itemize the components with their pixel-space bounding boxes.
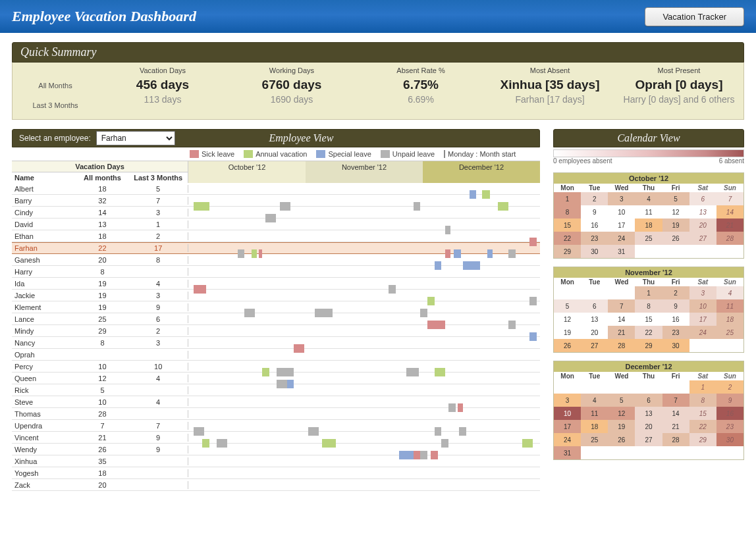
cal-day[interactable]: 14 — [608, 313, 635, 326]
cal-day[interactable]: 31 — [554, 446, 581, 459]
table-row[interactable]: Harry 8 — [12, 266, 540, 278]
cal-day[interactable]: 24 — [689, 326, 716, 339]
cal-day[interactable]: 21 — [608, 326, 635, 339]
cal-day[interactable]: 7 — [662, 394, 689, 407]
cal-day[interactable]: 23 — [662, 326, 689, 339]
cal-day[interactable]: 5 — [662, 192, 689, 205]
cal-day[interactable]: 17 — [689, 313, 716, 326]
table-row[interactable]: Cindy 14 3 — [12, 207, 540, 219]
cal-day[interactable]: 17 — [554, 420, 581, 433]
cal-day[interactable]: 18 — [581, 420, 608, 433]
cal-day[interactable]: 31 — [608, 245, 635, 258]
cal-day[interactable]: 29 — [554, 245, 581, 258]
cal-day[interactable]: 19 — [608, 420, 635, 433]
cal-day[interactable]: 25 — [581, 433, 608, 446]
cal-day[interactable]: 15 — [554, 219, 581, 232]
table-row[interactable]: Steve 10 4 — [12, 396, 540, 408]
cal-day[interactable]: 26 — [608, 433, 635, 446]
cal-day[interactable]: 4 — [716, 286, 743, 299]
cal-day[interactable]: 6 — [581, 299, 608, 313]
table-row[interactable]: Xinhua 35 — [12, 455, 540, 467]
table-row[interactable]: Klement 19 9 — [12, 301, 540, 313]
cal-day[interactable]: 13 — [581, 313, 608, 326]
table-row[interactable]: Upendra 7 7 — [12, 420, 540, 432]
cal-day[interactable]: 30 — [716, 433, 743, 446]
table-row[interactable]: Percy 10 10 — [12, 361, 540, 373]
cal-day[interactable]: 8 — [689, 394, 716, 407]
cal-day[interactable]: 13 — [635, 407, 662, 420]
cal-day[interactable]: 7 — [608, 299, 635, 313]
cal-day[interactable]: 25 — [635, 232, 662, 245]
cal-day[interactable]: 11 — [581, 407, 608, 420]
cal-day[interactable]: 15 — [689, 407, 716, 420]
cal-day[interactable]: 12 — [608, 407, 635, 420]
cal-day[interactable]: 20 — [689, 219, 716, 232]
cal-day[interactable]: 26 — [662, 232, 689, 245]
vacation-tracker-button[interactable]: Vacation Tracker — [645, 7, 744, 26]
cal-day[interactable]: 12 — [662, 205, 689, 219]
cal-day[interactable]: 10 — [554, 407, 581, 420]
cal-day[interactable]: 16 — [716, 407, 743, 420]
cal-day[interactable]: 12 — [554, 313, 581, 326]
cal-day[interactable]: 3 — [689, 286, 716, 299]
cal-day[interactable]: 5 — [608, 394, 635, 407]
cal-day[interactable]: 28 — [716, 232, 743, 245]
cal-day[interactable]: 14 — [662, 407, 689, 420]
cal-day[interactable]: 26 — [554, 339, 581, 352]
cal-day[interactable]: 27 — [581, 339, 608, 352]
cal-day[interactable]: 4 — [581, 394, 608, 407]
cal-day[interactable]: 13 — [689, 205, 716, 219]
table-row[interactable]: Farhan 22 17 — [12, 242, 540, 254]
cal-day[interactable]: 1 — [554, 192, 581, 205]
cal-day[interactable]: 9 — [662, 299, 689, 313]
cal-day[interactable]: 9 — [581, 205, 608, 219]
cal-day[interactable]: 22 — [554, 232, 581, 245]
cal-day[interactable]: 15 — [635, 313, 662, 326]
cal-day[interactable]: 7 — [716, 192, 743, 205]
cal-day[interactable]: 19 — [554, 326, 581, 339]
cal-day[interactable]: 10 — [608, 205, 635, 219]
cal-day[interactable]: 6 — [635, 394, 662, 407]
cal-day[interactable]: 2 — [581, 192, 608, 205]
cal-day[interactable]: 17 — [608, 219, 635, 232]
table-row[interactable]: Yogesh 18 — [12, 467, 540, 479]
cal-day[interactable]: 30 — [581, 245, 608, 258]
cal-day[interactable]: 21 — [662, 420, 689, 433]
cal-day[interactable]: 8 — [554, 205, 581, 219]
cal-day[interactable]: 2 — [716, 380, 743, 394]
table-row[interactable]: Zack 20 — [12, 479, 540, 491]
table-row[interactable]: Lance 25 6 — [12, 313, 540, 325]
cal-day[interactable]: 1 — [689, 380, 716, 394]
cal-day[interactable]: 8 — [635, 299, 662, 313]
cal-day[interactable]: 20 — [635, 420, 662, 433]
employee-select[interactable]: Farhan — [96, 131, 175, 145]
cal-day[interactable]: 28 — [608, 339, 635, 352]
table-row[interactable]: Albert 18 5 — [12, 183, 540, 195]
cal-day[interactable]: 25 — [716, 326, 743, 339]
cal-day[interactable]: 11 — [635, 205, 662, 219]
cal-day[interactable]: 23 — [716, 420, 743, 433]
table-row[interactable]: Nancy 8 3 — [12, 337, 540, 349]
table-row[interactable]: Oprah — [12, 349, 540, 361]
cal-day[interactable]: 29 — [635, 339, 662, 352]
cal-day[interactable]: 5 — [554, 299, 581, 313]
cal-day[interactable]: 22 — [689, 420, 716, 433]
cal-day[interactable]: 30 — [662, 339, 689, 352]
cal-day[interactable]: 16 — [662, 313, 689, 326]
cal-day[interactable]: 4 — [635, 192, 662, 205]
cal-day[interactable]: 20 — [581, 326, 608, 339]
cal-day[interactable]: 6 — [689, 192, 716, 205]
cal-day[interactable]: 24 — [554, 433, 581, 446]
cal-day[interactable]: 11 — [716, 299, 743, 313]
cal-day[interactable]: 23 — [581, 232, 608, 245]
cal-day[interactable]: 18 — [635, 219, 662, 232]
table-row[interactable]: Jackie 19 3 — [12, 290, 540, 301]
cal-day[interactable]: 22 — [635, 326, 662, 339]
cal-day[interactable]: 27 — [689, 232, 716, 245]
cal-day[interactable]: 14 — [716, 205, 743, 219]
table-row[interactable]: Ethan 18 2 — [12, 230, 540, 242]
table-row[interactable]: Mindy 29 2 — [12, 325, 540, 337]
cal-day[interactable]: 27 — [635, 433, 662, 446]
cal-day[interactable]: 9 — [716, 394, 743, 407]
cal-day[interactable]: 16 — [581, 219, 608, 232]
